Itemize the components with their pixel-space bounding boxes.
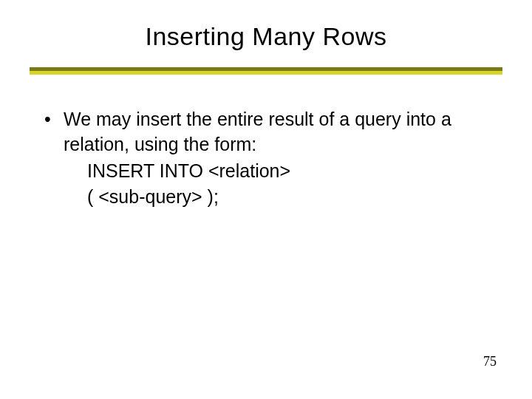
- divider-bar-light: [30, 71, 502, 75]
- slide: Inserting Many Rows • We may insert the …: [0, 0, 532, 399]
- title-divider: [30, 67, 502, 75]
- slide-title: Inserting Many Rows: [30, 22, 502, 51]
- code-line-1: INSERT INTO <relation>: [43, 159, 502, 184]
- page-number: 75: [483, 354, 497, 369]
- bullet-marker: •: [43, 107, 64, 157]
- code-line-2: ( <sub-query> );: [43, 185, 502, 210]
- bullet-item: • We may insert the entire result of a q…: [43, 107, 502, 157]
- slide-body: • We may insert the entire result of a q…: [30, 107, 502, 210]
- bullet-text: We may insert the entire result of a que…: [64, 107, 502, 157]
